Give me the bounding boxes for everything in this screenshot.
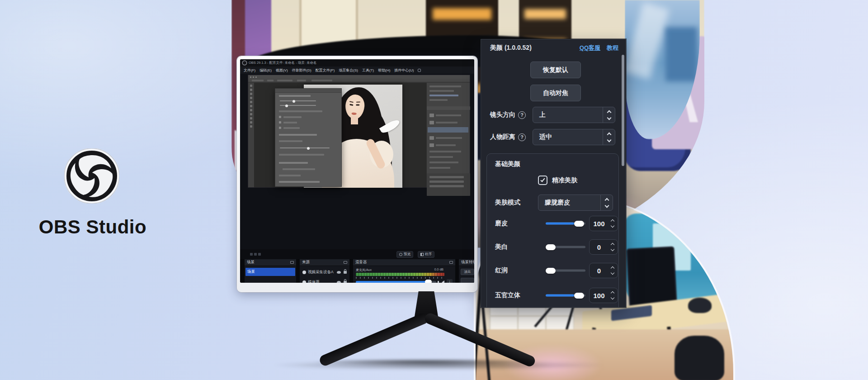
- restore-default-button[interactable]: 恢复默认: [530, 62, 581, 78]
- camera-source-icon: [302, 271, 306, 274]
- precise-skin-row: 精准美肤: [538, 176, 577, 185]
- beauty-panel-header: 美颜 (1.0.0.52) QQ客服 教程: [490, 44, 618, 52]
- editor-titlebar: [248, 75, 470, 79]
- menu-edit[interactable]: 编辑(E): [259, 68, 272, 73]
- view-tab-strip: 预览 程序: [240, 249, 474, 259]
- dock-menu-icon[interactable]: [449, 261, 453, 264]
- face-3d-value-box[interactable]: 100: [589, 288, 618, 303]
- slider-thumb[interactable]: [546, 244, 556, 250]
- transitions-title: 场景转场: [461, 260, 474, 265]
- panel-scrollbar[interactable]: [622, 55, 624, 166]
- obs-window: OBS 29.1.3 - 配置文件: 未命名 - 场景: 未命名 文件(F) 编…: [240, 59, 474, 283]
- banner-stage: OBS 29.1.3 - 配置文件: 未命名 - 场景: 未命名 文件(F) 编…: [0, 0, 868, 380]
- source-row[interactable]: 媒体源: [301, 278, 349, 283]
- eye-icon[interactable]: [337, 271, 341, 274]
- slider-thumb[interactable]: [546, 268, 556, 274]
- editor-canvas: [254, 83, 426, 187]
- spin-down-icon: [611, 224, 614, 228]
- slider-thumb[interactable]: [574, 293, 584, 299]
- face-3d-slider-row: 五官立体 100: [495, 287, 612, 304]
- chevron-down-icon: [607, 115, 611, 120]
- mixer-channel-db: 0.0 dB: [434, 268, 443, 271]
- spin-up-icon: [611, 219, 614, 223]
- volume-slider[interactable]: [356, 281, 436, 283]
- obs-logo: [64, 148, 119, 204]
- spin-up-icon: [611, 243, 614, 247]
- obs-shutter-icon: [64, 148, 119, 204]
- obs-preview-area: [240, 74, 474, 249]
- dock-menu-icon[interactable]: [344, 261, 347, 264]
- mixer-kebab-button[interactable]: ⋮: [447, 279, 453, 283]
- layout-icon-1[interactable]: [250, 253, 253, 256]
- eye-icon[interactable]: [337, 281, 341, 283]
- basic-beauty-group: 基础美颜 精准美肤 美肤模式 朦胧磨皮 磨皮 100: [486, 153, 619, 308]
- help-icon[interactable]: ?: [518, 133, 526, 141]
- dock-transitions: 场景转场 淡出 ‹: [459, 259, 474, 283]
- speaker-icon[interactable]: [442, 280, 444, 283]
- editor-toolbox: [248, 83, 254, 187]
- obs-dock-area: 场景 场景 来源 视频采集设备A 媒体源: [240, 259, 474, 283]
- rosy-slider[interactable]: [546, 270, 585, 272]
- tutorial-link[interactable]: 教程: [607, 44, 618, 52]
- dock-menu-icon[interactable]: [290, 261, 294, 264]
- beauty-plugin-panel: 美颜 (1.0.0.52) QQ客服 教程 恢复默认 自动对焦 镜头方向 ? 上…: [481, 39, 626, 308]
- skin-mode-row: 美肤模式: [495, 195, 520, 211]
- dock-scenes: 场景 场景: [245, 259, 296, 283]
- menu-tools[interactable]: 工具(T): [362, 68, 374, 73]
- precise-skin-checkbox[interactable]: [538, 176, 547, 185]
- spin-down-icon: [611, 296, 614, 299]
- sources-title: 来源: [302, 260, 310, 265]
- whitening-slider-row: 美白 0: [495, 239, 612, 255]
- lock-icon[interactable]: [344, 281, 347, 283]
- whitening-value-box[interactable]: 0: [589, 239, 618, 255]
- volume-meter: [356, 273, 444, 276]
- dock-mixer: 混音器 麦克风/Aux 0.0 dB ⋮ 桌面音频 0.0 dB: [353, 259, 455, 283]
- obs-menubar: 文件(F) 编辑(E) 视图(V) 停靠部件(D) 配置文件(P) 场景集合(S…: [240, 66, 474, 74]
- transition-select[interactable]: 淡出: [461, 269, 474, 275]
- menu-plugin-center[interactable]: 插件中心(U): [394, 68, 414, 73]
- chevron-up-icon: [604, 198, 609, 202]
- spin-up-icon: [611, 266, 614, 270]
- rosy-slider-row: 红润 0: [495, 262, 612, 279]
- source-row[interactable]: 视频采集设备A: [301, 268, 349, 276]
- slider-thumb[interactable]: [574, 221, 584, 227]
- menu-help[interactable]: 帮助(H): [378, 68, 390, 73]
- lock-icon[interactable]: [344, 271, 347, 274]
- media-source-icon: [302, 280, 306, 283]
- tab-preview[interactable]: 预览: [396, 251, 413, 258]
- chevron-down-icon: [607, 138, 611, 142]
- qq-support-link[interactable]: QQ客服: [580, 44, 600, 52]
- editor-side-panels: [426, 83, 470, 187]
- menu-profile[interactable]: 配置文件(P): [316, 68, 335, 73]
- chevron-up-icon: [607, 132, 611, 137]
- mixer-title: 混音器: [355, 260, 367, 265]
- whitening-slider[interactable]: [546, 246, 585, 248]
- brand-title: OBS Studio: [18, 216, 167, 238]
- scene-row[interactable]: 场景: [245, 268, 295, 276]
- menu-scene-collection[interactable]: 场景集合(S): [339, 68, 358, 73]
- skin-mode-select[interactable]: 朦胧磨皮: [538, 195, 613, 211]
- auto-focus-button[interactable]: 自动对焦: [530, 85, 581, 101]
- volume-slider-thumb[interactable]: [425, 280, 432, 283]
- stand-shadow-inner: [312, 358, 538, 366]
- help-icon[interactable]: ?: [518, 111, 526, 119]
- face-3d-slider[interactable]: [546, 294, 585, 297]
- editor-options-bar: [248, 79, 470, 82]
- menu-view[interactable]: 视图(V): [276, 68, 288, 73]
- transition-duration[interactable]: [461, 278, 474, 283]
- menu-file[interactable]: 文件(F): [244, 68, 255, 73]
- smoothing-slider[interactable]: [546, 223, 585, 225]
- person-distance-select[interactable]: 适中: [533, 129, 615, 145]
- layout-icon-3[interactable]: [258, 253, 261, 256]
- smoothing-value-box[interactable]: 100: [589, 216, 618, 231]
- preview-icon: [399, 253, 402, 256]
- layout-icon-2[interactable]: [254, 253, 257, 256]
- plugin-camera-icon: [418, 69, 421, 72]
- menu-docks[interactable]: 停靠部件(D): [292, 68, 311, 73]
- rosy-value-box[interactable]: 0: [589, 263, 618, 278]
- mixer-channel-name: 麦克风/Aux: [356, 268, 372, 272]
- camera-direction-select[interactable]: 上: [533, 107, 615, 123]
- chevron-down-icon: [604, 203, 609, 208]
- check-icon: [540, 177, 545, 182]
- tab-program[interactable]: 程序: [418, 251, 434, 258]
